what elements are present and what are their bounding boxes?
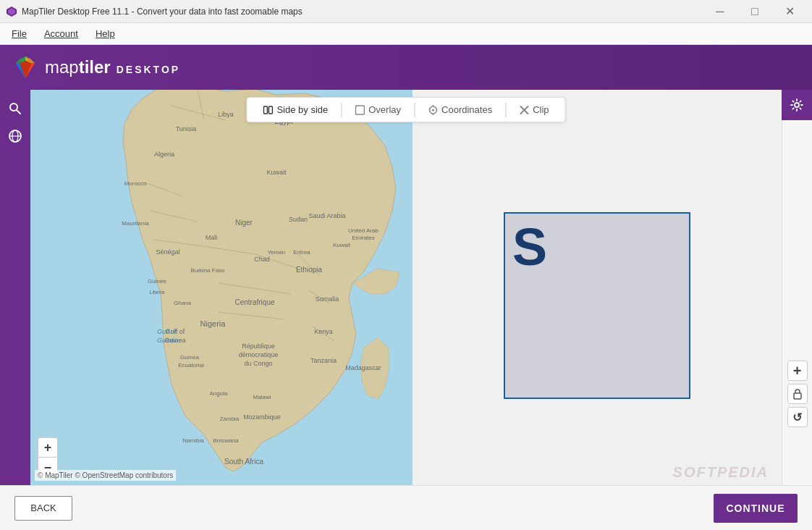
svg-text:Ecuatorial: Ecuatorial (178, 362, 204, 369)
svg-text:Botswana: Botswana (213, 437, 239, 444)
svg-rect-17 (263, 106, 267, 114)
svg-text:Liberia: Liberia (149, 290, 164, 295)
svg-text:Mozambique: Mozambique (243, 413, 281, 421)
svg-text:Ethiopia: Ethiopia (296, 266, 323, 274)
globe-icon (8, 129, 22, 143)
right-refresh-button[interactable]: ↺ (787, 407, 808, 427)
svg-text:Libya: Libya (218, 111, 234, 118)
preview-letter: S (512, 221, 547, 273)
left-sidebar (0, 90, 30, 485)
view-coordinates-button[interactable]: Coordinates (418, 101, 502, 119)
view-clip-button[interactable]: Clip (509, 101, 559, 119)
svg-text:Tanzania: Tanzania (310, 357, 337, 364)
header-desktop-label: DESKTOP (117, 64, 180, 75)
coordinates-label: Coordinates (441, 104, 492, 115)
globe-button[interactable] (2, 123, 28, 149)
right-settings-top (782, 90, 812, 120)
svg-text:Somalia: Somalia (316, 295, 339, 303)
svg-text:Namibia: Namibia (182, 437, 204, 444)
menu-account[interactable]: Account (35, 25, 87, 42)
svg-text:Mali: Mali (206, 234, 218, 241)
app-icon (6, 6, 17, 17)
clip-icon (519, 105, 529, 115)
settings-button[interactable] (784, 92, 810, 118)
search-icon (9, 102, 22, 115)
menu-bar: File Account Help (0, 23, 812, 45)
svg-text:démocratique: démocratique (239, 351, 279, 358)
window-title: MapTiler Desktop Free 11.1 - Convert you… (22, 7, 303, 17)
right-panel: + ↺ (782, 120, 812, 485)
menu-file[interactable]: File (3, 25, 35, 42)
zoom-in-button[interactable]: + (38, 437, 58, 458)
svg-point-21 (432, 109, 434, 111)
view-side-by-side-button[interactable]: Side by side (253, 101, 338, 119)
side-by-side-icon (263, 105, 273, 115)
svg-text:Eritrea: Eritrea (293, 249, 310, 256)
view-overlay-button[interactable]: Overlay (344, 101, 411, 119)
svg-text:Angola: Angola (210, 390, 228, 397)
map-attribution: © MapTiler © OpenStreetMap contributors (35, 470, 176, 481)
svg-text:United Arab: United Arab (348, 227, 378, 234)
app-header: maptiler DESKTOP (0, 45, 812, 90)
search-button[interactable] (2, 96, 28, 122)
svg-text:Chad: Chad (254, 256, 270, 263)
left-map-panel[interactable]: Tunisia Libya Egypt Algeria Morocco Maur… (30, 90, 413, 485)
svg-text:Kenya: Kenya (314, 328, 333, 335)
coordinates-icon (428, 105, 438, 115)
logo-area: maptiler DESKTOP (12, 54, 180, 81)
watermark: SOFTPEDIA (673, 464, 769, 481)
toolbar-separator-2 (414, 103, 415, 117)
svg-text:Guinée: Guinée (148, 278, 166, 285)
svg-rect-18 (268, 106, 272, 114)
svg-text:Centrafrique: Centrafrique (234, 298, 274, 306)
clip-label: Clip (533, 104, 549, 115)
svg-rect-16 (794, 393, 801, 399)
svg-text:Sudan: Sudan (289, 216, 308, 223)
svg-text:Niger: Niger (235, 219, 253, 227)
svg-text:Malawi: Malawi (253, 394, 271, 400)
svg-text:Guinea: Guinea (157, 337, 178, 344)
close-button[interactable]: ✕ (773, 0, 806, 23)
menu-help[interactable]: Help (87, 25, 124, 42)
title-bar: MapTiler Desktop Free 11.1 - Convert you… (0, 0, 812, 23)
footer: BACK CONTINUE (0, 485, 812, 530)
svg-text:Yemen: Yemen (268, 249, 286, 256)
title-bar-left: MapTiler Desktop Free 11.1 - Convert you… (6, 6, 303, 17)
overlay-label: Overlay (368, 104, 401, 115)
svg-text:Kuwait: Kuwait (333, 242, 351, 248)
svg-text:Burkina Faso: Burkina Faso (190, 267, 225, 274)
svg-text:Guinea: Guinea (180, 354, 199, 361)
back-button[interactable]: BACK (14, 496, 72, 521)
svg-text:Kuwait: Kuwait (266, 169, 287, 176)
svg-point-15 (795, 103, 799, 107)
svg-text:Saudi Arabia: Saudi Arabia (308, 212, 345, 219)
svg-text:South Africa: South Africa (224, 458, 263, 466)
title-bar-controls: ─ □ ✕ (703, 0, 806, 23)
svg-rect-19 (355, 106, 364, 114)
preview-box: S (504, 212, 690, 399)
svg-text:Zambia: Zambia (220, 416, 240, 422)
right-preview-panel: S (413, 126, 782, 485)
continue-button[interactable]: CONTINUE (714, 494, 798, 523)
logo-text: maptiler DESKTOP (45, 57, 180, 77)
settings-icon (790, 98, 804, 112)
svg-text:Morocco: Morocco (124, 180, 147, 187)
svg-text:Gulf of: Gulf of (157, 328, 177, 335)
view-toolbar: Side by side Overlay Coordinates Clip (246, 97, 565, 122)
svg-text:Nigeria: Nigeria (200, 319, 227, 328)
toolbar-separator-1 (341, 103, 342, 117)
svg-text:Mauritania: Mauritania (122, 220, 149, 227)
toolbar-separator-3 (505, 103, 506, 117)
svg-text:du Congo: du Congo (244, 360, 272, 367)
right-lock-button[interactable] (787, 384, 808, 404)
svg-text:Ghana: Ghana (174, 300, 192, 306)
svg-text:Tunisia: Tunisia (176, 125, 197, 132)
minimize-button[interactable]: ─ (703, 0, 737, 23)
africa-map-svg: Tunisia Libya Egypt Algeria Morocco Maur… (30, 90, 413, 485)
svg-text:Madagascar: Madagascar (345, 364, 381, 371)
svg-text:Sénégal: Sénégal (156, 248, 179, 256)
right-zoom-in-button[interactable]: + (787, 361, 808, 381)
maximize-button[interactable]: □ (738, 0, 771, 23)
side-by-side-label: Side by side (276, 104, 328, 115)
lock-icon (792, 388, 803, 400)
